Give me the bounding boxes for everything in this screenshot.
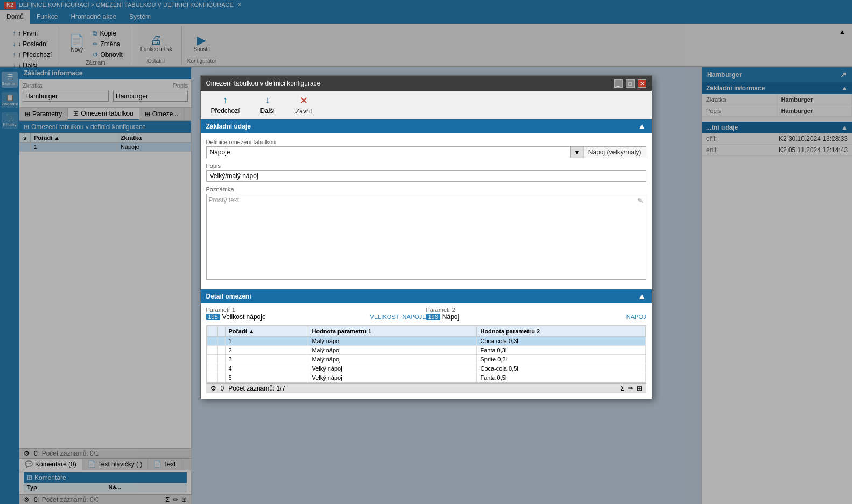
textarea-edit-icon[interactable]: ✎ — [637, 196, 644, 205]
zakladni-udaje-section-header: Základní údaje ▲ — [201, 119, 652, 133]
param1-name: Velikost nápoje — [222, 313, 266, 321]
definice-input[interactable] — [207, 147, 570, 158]
detail-row-1[interactable]: 1 Malý nápoj Coca-cola 0,3l — [207, 337, 645, 346]
detail-row-5[interactable]: 5 Velký nápoj Fanta 0,5l — [207, 373, 645, 382]
ds-5 — [207, 373, 217, 382]
param1-id: 195 — [206, 314, 220, 320]
dp-4: 4 — [225, 364, 308, 373]
ds2-5 — [217, 373, 225, 382]
detail-export-icon[interactable]: ⊞ — [637, 385, 642, 392]
definice-label: Definice omezení tabulkou — [206, 139, 646, 145]
detail-table-wrapper: Pořadí ▲ Hodnota parametru 1 Hodnota par… — [206, 325, 646, 383]
detail-omezeni-section-header: Detail omezení ▲ — [201, 289, 652, 303]
dp-5: 5 — [225, 373, 308, 382]
detail-table: Pořadí ▲ Hodnota parametru 1 Hodnota par… — [207, 326, 646, 382]
modal-prev-button[interactable]: ↑ Předchozí — [206, 93, 245, 117]
param2-value: 196 Nápoj NAPOJ — [426, 313, 646, 321]
dv2-5: Fanta 0,5l — [477, 373, 645, 382]
modal-title-bar: Omezení tabulkou v definici konfigurace … — [201, 76, 652, 91]
dv2-4: Coca-cola 0,5l — [477, 364, 645, 373]
dv2-1: Coca-cola 0,3l — [477, 337, 645, 346]
param-headers: Parametr 1 195 Velikost nápoje VELIKOST_… — [206, 303, 646, 323]
dropdown-chevron-icon: ▼ — [574, 148, 580, 156]
zakladni-udaje-title: Základní údaje — [206, 123, 251, 130]
detail-row-4[interactable]: 4 Velký nápoj Coca-cola 0,5l — [207, 364, 645, 373]
poznamka-wrapper: Prostý text ✎ — [206, 194, 646, 280]
dv1-3: Malý nápoj — [308, 355, 477, 364]
detail-actions: Σ ✏ ⊞ — [621, 385, 642, 392]
param2-id: 196 — [426, 314, 440, 320]
detail-sum-icon[interactable]: Σ — [621, 385, 624, 392]
ds-3 — [207, 355, 217, 364]
dp-1: 1 — [225, 337, 308, 346]
detail-gear-icon: ⚙ — [210, 385, 216, 392]
modal-next-label: Další — [260, 107, 275, 115]
zakladni-udaje-body: Definice omezení tabulkou ▼ Nápoj (velký… — [201, 133, 652, 289]
modal-prev-icon: ↑ — [223, 95, 228, 106]
modal-next-button[interactable]: ↓ Další — [256, 93, 280, 117]
param2-label: Parametr 2 — [426, 307, 646, 313]
dth-val2: Hodnota parametru 2 — [477, 326, 645, 337]
dv1-5: Velký nápoj — [308, 373, 477, 382]
param2-group: Parametr 2 196 Nápoj NAPOJ — [426, 307, 646, 321]
param1-value: 195 Velikost nápoje VELIKOST_NAPOJE — [206, 313, 426, 321]
dv1-1: Malý nápoj — [308, 337, 477, 346]
param2-name: Nápoj — [442, 313, 459, 321]
dth-poradi: Pořadí ▲ — [225, 326, 308, 337]
ds-1 — [207, 337, 217, 346]
dv2-2: Fanta 0,3l — [477, 346, 645, 355]
detail-status-bar: ⚙ 0 Počet záznamů: 1/7 Σ ✏ ⊞ — [206, 383, 646, 393]
ds2-3 — [217, 355, 225, 364]
param1-label: Parametr 1 — [206, 307, 426, 313]
definice-dropdown-btn[interactable]: ▼ — [570, 147, 583, 158]
poznamka-label: Poznámka — [206, 186, 646, 193]
dv2-3: Sprite 0,3l — [477, 355, 645, 364]
dth-s — [207, 326, 217, 337]
modal-close-toolbar-button[interactable]: ✕ Zavřít — [291, 93, 317, 117]
detail-omezeni-toggle[interactable]: ▲ — [638, 292, 646, 301]
param1-code: VELIKOST_NAPOJE — [370, 314, 426, 320]
definice-field: ▼ Nápoj (velký/malý) — [206, 146, 646, 158]
modal-toolbar: ↑ Předchozí ↓ Další ✕ Zavřít — [201, 91, 652, 119]
modal-title: Omezení tabulkou v definici konfigurace — [206, 80, 321, 87]
modal: Omezení tabulkou v definici konfigurace … — [200, 75, 652, 399]
modal-next-icon: ↓ — [265, 95, 270, 106]
modal-overlay: Omezení tabulkou v definici konfigurace … — [0, 0, 852, 504]
popis-modal-input[interactable] — [206, 170, 646, 182]
detail-edit-icon[interactable]: ✏ — [628, 385, 633, 392]
definice-dropdown-value: Nápoj (velký/malý) — [583, 147, 646, 158]
poznamka-placeholder: Prostý text — [207, 194, 646, 206]
modal-minimize-button[interactable]: _ — [614, 79, 623, 88]
dp-2: 2 — [225, 346, 308, 355]
modal-close-button[interactable]: ✕ — [638, 79, 646, 88]
modal-close-toolbar-icon: ✕ — [300, 95, 308, 107]
modal-title-controls: _ □ ✕ — [614, 79, 646, 88]
detail-row-2[interactable]: 2 Malý nápoj Fanta 0,3l — [207, 346, 645, 355]
modal-maximize-button[interactable]: □ — [626, 79, 635, 88]
detail-omezeni-body: Parametr 1 195 Velikost nápoje VELIKOST_… — [201, 303, 652, 399]
param2-code: NAPOJ — [626, 314, 646, 320]
detail-row-3[interactable]: 3 Malý nápoj Sprite 0,3l — [207, 355, 645, 364]
dth-val1: Hodnota parametru 1 — [308, 326, 477, 337]
zakladni-udaje-toggle[interactable]: ▲ — [638, 122, 646, 131]
param1-group: Parametr 1 195 Velikost nápoje VELIKOST_… — [206, 307, 426, 321]
dv1-4: Velký nápoj — [308, 364, 477, 373]
ds2-2 — [217, 346, 225, 355]
ds2-1 — [217, 337, 225, 346]
dp-3: 3 — [225, 355, 308, 364]
ds-2 — [207, 346, 217, 355]
modal-close-toolbar-label: Zavřít — [295, 108, 312, 115]
dth-s2 — [217, 326, 225, 337]
detail-omezeni-title: Detail omezení — [206, 293, 251, 300]
ds-4 — [207, 364, 217, 373]
detail-count-num: 0 — [221, 385, 224, 392]
detail-pocet: Počet záznamů: 1/7 — [228, 385, 285, 392]
popis-modal-label: Popis — [206, 162, 646, 169]
ds2-4 — [217, 364, 225, 373]
dv1-2: Malý nápoj — [308, 346, 477, 355]
modal-prev-label: Předchozí — [211, 107, 240, 115]
